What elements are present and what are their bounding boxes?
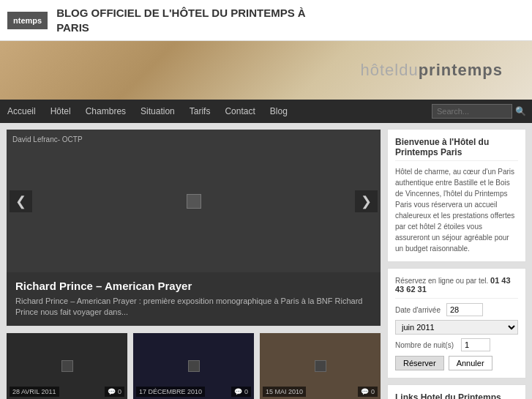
nuits-label: Nombre de nuit(s) — [395, 341, 461, 349]
thumb-date-2: 15 MAI 2010 — [263, 387, 306, 397]
thumb-item-2: 15 MAI 2010 💬 0 Le premier étage est mai… — [259, 332, 381, 399]
nav-tarifs[interactable]: Tarifs — [182, 100, 218, 123]
thumb-meta-0: 28 AVRIL 2011 💬 0 — [7, 384, 127, 399]
nav-accueil[interactable]: Accueil — [0, 100, 43, 123]
featured-excerpt: Richard Prince – American Prayer : premi… — [15, 296, 372, 318]
main-content: David Lefranc- OCTP ❮ ❯ Richard Prince –… — [0, 123, 532, 399]
nav-chambres[interactable]: Chambres — [78, 100, 133, 123]
header: ntemps BLOG OFFICIEL DE L'HÔTEL DU PRINT… — [0, 0, 532, 41]
prev-arrow[interactable]: ❮ — [10, 190, 32, 212]
reservation-box: Réservez en ligne ou par tel. 01 43 43 6… — [387, 268, 526, 379]
thumb-comments-0: 💬 0 — [105, 387, 124, 397]
links-box: Links Hotel du Printemps ● Site Officiel… — [387, 384, 526, 399]
featured-title: Richard Prince – American Prayer — [15, 280, 372, 292]
thumb-date-0: 28 AVRIL 2011 — [10, 387, 59, 397]
links-title: Links Hotel du Printemps — [395, 392, 518, 399]
thumb-image-0: 28 AVRIL 2011 💬 0 — [7, 333, 127, 399]
date-arrivee-label: Date d'arrivée — [395, 306, 446, 314]
nav-items: Accueil Hôtel Chambres Situation Tarifs … — [0, 100, 432, 123]
thumb-meta-2: 15 MAI 2010 💬 0 — [260, 384, 381, 399]
logo-box: ntemps — [7, 12, 48, 29]
hero-hotel-name: hôtelduprintemps — [360, 61, 503, 80]
nuits-input[interactable] — [461, 338, 490, 351]
nav-situation[interactable]: Situation — [133, 100, 182, 123]
thumb-date-1: 17 DÉCEMBRE 2010 — [136, 387, 205, 397]
reservation-phone-label: Réservez en ligne ou par tel. 01 43 43 6… — [395, 276, 518, 294]
featured-caption: Richard Prince – American Prayer Richard… — [7, 272, 381, 326]
featured-article: David Lefranc- OCTP ❮ ❯ Richard Prince –… — [6, 129, 381, 327]
thumb-image-1: 17 DÉCEMBRE 2010 💬 0 — [133, 333, 254, 399]
date-arrivee-row: Date d'arrivée — [395, 303, 518, 316]
search-container: 🔍 — [432, 104, 532, 119]
welcome-title: Bienvenue à l'Hôtel du Printemps Paris — [395, 137, 518, 161]
thumbnail-grid: 28 AVRIL 2011 💬 0 Richard Prince – Ameri… — [6, 332, 381, 399]
nav-bar: Accueil Hôtel Chambres Situation Tarifs … — [0, 100, 532, 123]
welcome-text: Hôtel de charme, au cœur d'un Paris auth… — [395, 166, 518, 254]
image-placeholder-icon — [187, 194, 201, 209]
thumb-item-1: 17 DÉCEMBRE 2010 💬 0 L'exposition Monet … — [132, 332, 255, 399]
thumb-placeholder-icon-2 — [315, 360, 326, 372]
search-icon: 🔍 — [515, 106, 526, 116]
next-arrow[interactable]: ❯ — [355, 190, 378, 212]
reserver-button[interactable]: Réserver — [395, 356, 444, 370]
thumb-item-0: 28 AVRIL 2011 💬 0 Richard Prince – Ameri… — [6, 332, 128, 399]
nuits-row: Nombre de nuit(s) — [395, 338, 518, 351]
hero-banner: hôtelduprintemps — [0, 41, 532, 100]
date-arrivee-input[interactable] — [446, 303, 483, 316]
form-buttons: Réserver Annuler — [395, 356, 518, 370]
featured-image: David Lefranc- OCTP ❮ ❯ — [7, 130, 381, 272]
thumb-image-2: 15 MAI 2010 💬 0 — [260, 333, 381, 399]
month-row: juin 2011 — [395, 320, 518, 335]
annuler-button[interactable]: Annuler — [449, 356, 492, 370]
thumb-comments-1: 💬 0 — [231, 387, 251, 397]
sidebar: Bienvenue à l'Hôtel du Printemps Paris H… — [387, 129, 526, 399]
month-select[interactable]: juin 2011 — [395, 320, 518, 335]
thumb-comments-2: 💬 0 — [358, 387, 378, 397]
thumb-placeholder-icon-0 — [61, 360, 73, 372]
nav-blog[interactable]: Blog — [263, 100, 295, 123]
featured-author: David Lefranc- OCTP — [12, 135, 83, 143]
nav-contact[interactable]: Contact — [217, 100, 262, 123]
thumb-placeholder-icon-1 — [188, 360, 200, 372]
content-area: David Lefranc- OCTP ❮ ❯ Richard Prince –… — [6, 129, 381, 399]
thumb-meta-1: 17 DÉCEMBRE 2010 💬 0 — [133, 384, 254, 399]
nav-hotel[interactable]: Hôtel — [43, 100, 78, 123]
welcome-box: Bienvenue à l'Hôtel du Printemps Paris H… — [387, 129, 526, 262]
search-input[interactable] — [432, 104, 512, 119]
site-title: BLOG OFFICIEL DE L'HÔTEL DU PRINTEMPS À … — [56, 6, 306, 34]
